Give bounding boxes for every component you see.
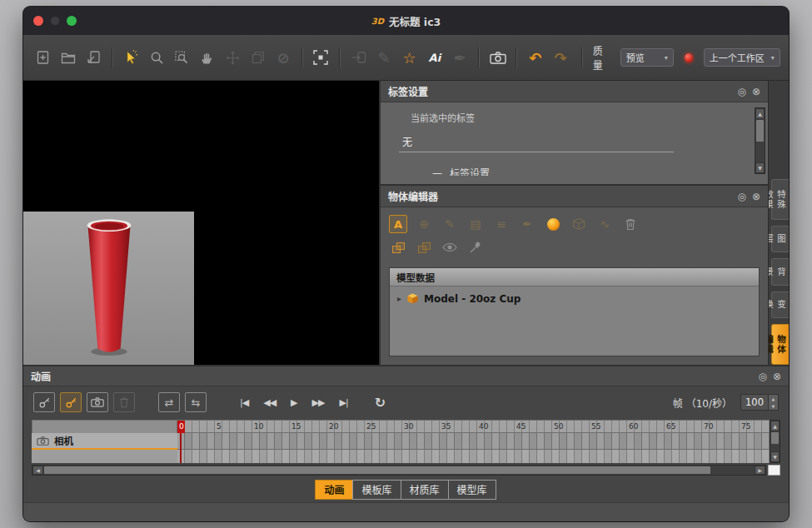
step-forward-button[interactable]: ▶|	[339, 397, 347, 408]
quality-dropdown[interactable]: 预览 ▾	[620, 48, 674, 67]
label-settings-section-header[interactable]: — 标签设置	[432, 166, 751, 176]
tree-item-model[interactable]: ▸ Model - 20oz Cup	[397, 292, 751, 305]
track-row-partial[interactable]	[177, 450, 770, 463]
scroll-down-icon[interactable]: ▼	[755, 162, 765, 173]
cycle-playback-button[interactable]: ↻	[375, 395, 386, 411]
zoom-region-icon[interactable]	[171, 45, 193, 70]
viewport-3d[interactable]	[23, 81, 379, 365]
duplicate-icon[interactable]	[389, 238, 407, 257]
move-icon[interactable]	[222, 45, 244, 70]
panel-close-icon[interactable]: ⊗	[773, 371, 781, 381]
pan-hand-icon[interactable]	[196, 45, 218, 70]
track-camera[interactable]: 相机	[32, 433, 177, 450]
track-rows[interactable]	[177, 433, 770, 463]
duplicate-window-icon[interactable]	[247, 45, 269, 70]
edit-pen-icon[interactable]: ✎	[372, 45, 395, 70]
tab-template-library[interactable]: 模板库	[352, 480, 401, 500]
list-icon[interactable]: ≡	[492, 215, 511, 233]
side-tab-transform[interactable]: 变换	[771, 291, 789, 318]
workspace-dropdown[interactable]: 上一个工作区 ▾	[704, 48, 780, 67]
image-icon[interactable]: ▤	[466, 215, 485, 233]
material-sphere-icon[interactable]	[544, 215, 562, 233]
current-label-field[interactable]: 无	[399, 132, 674, 152]
ai-import-icon[interactable]: Ai	[423, 45, 446, 70]
frame-spinner[interactable]: 100 ▲ ▼	[740, 394, 779, 411]
track-partial[interactable]	[32, 450, 177, 463]
spin-down-icon[interactable]: ▼	[769, 402, 778, 410]
resize-grip[interactable]	[768, 465, 780, 476]
place-into-icon[interactable]	[347, 45, 370, 70]
undo-icon[interactable]: ↶	[524, 45, 546, 70]
timeline-horizontal-scrollbar[interactable]: ◀ ▶	[32, 465, 766, 476]
side-tab-object-editor[interactable]: 物体编辑	[771, 324, 789, 365]
scrollbar-thumb[interactable]	[771, 432, 779, 444]
import-file-icon[interactable]	[82, 45, 105, 70]
tab-animation[interactable]: 动画	[315, 480, 353, 500]
snapshot-camera-icon[interactable]	[486, 45, 509, 70]
minimize-window-button[interactable]	[50, 16, 60, 26]
tab-material-library[interactable]: 材质库	[401, 480, 449, 500]
visibility-eye-icon[interactable]	[441, 238, 459, 257]
timeline-vertical-scrollbar[interactable]: ▲ ▼	[770, 420, 780, 463]
spin-up-icon[interactable]: ▲	[769, 395, 778, 402]
zoom-icon[interactable]	[145, 45, 167, 70]
camera-keyframe-button[interactable]	[87, 392, 108, 412]
record-indicator-icon[interactable]	[685, 53, 693, 62]
main-toolbar: ⊘ ✎ ☆ Ai ✒ ↶ ↷ 质量 预览 ▾ 上一个工作区 ▾	[23, 35, 789, 81]
panel-detach-icon[interactable]: ◎	[737, 192, 745, 202]
new-document-icon[interactable]	[32, 45, 54, 70]
duplicate-alt-icon[interactable]	[415, 238, 433, 257]
label-panel-scrollbar[interactable]: ▲ ▼	[755, 107, 765, 174]
cup-model[interactable]	[72, 213, 147, 360]
cube-icon[interactable]	[570, 215, 588, 233]
open-folder-icon[interactable]	[57, 45, 79, 70]
scrollbar-thumb[interactable]	[44, 466, 710, 474]
delete-keyframe-button[interactable]	[113, 392, 135, 412]
scroll-up-icon[interactable]: ▲	[770, 421, 780, 431]
scrollbar-thumb[interactable]	[756, 120, 764, 142]
scroll-down-icon[interactable]: ▼	[770, 451, 780, 462]
timeline-frames[interactable]: 051015202530354045505560657075	[177, 420, 770, 463]
playhead-line[interactable]	[180, 433, 182, 463]
frame-selection-icon[interactable]	[310, 45, 332, 70]
side-tab-layers[interactable]: 图层	[771, 226, 789, 252]
side-tab-effects[interactable]: 特殊效果	[771, 179, 789, 220]
delete-trash-icon[interactable]	[621, 215, 640, 233]
collapse-dash-icon: —	[432, 167, 442, 177]
paint-nib-icon[interactable]: ✒	[518, 215, 536, 233]
side-tab-background[interactable]: 背景	[771, 258, 789, 285]
redo-icon[interactable]: ↷	[550, 45, 572, 70]
zoom-window-button[interactable]	[67, 16, 77, 26]
panel-close-icon[interactable]: ⊗	[752, 87, 760, 97]
panel-close-icon[interactable]: ⊗	[752, 192, 760, 202]
select-cursor-icon[interactable]	[120, 45, 142, 70]
rewind-button[interactable]: ◀◀	[263, 397, 276, 408]
track-row-camera[interactable]	[177, 433, 770, 450]
keyframe-record-button[interactable]	[60, 392, 82, 412]
star-icon[interactable]: ☆	[398, 45, 421, 70]
ruler-tick-label: 35	[440, 422, 451, 431]
frame-value[interactable]: 100	[741, 395, 768, 410]
scroll-right-icon[interactable]: ▶	[755, 466, 765, 475]
loop-range-button[interactable]: ⇆	[185, 392, 207, 412]
play-button[interactable]: ▶	[291, 397, 296, 408]
panel-detach-icon[interactable]: ◎	[758, 371, 766, 381]
pen-nib-icon[interactable]: ✒	[449, 45, 471, 70]
loop-button[interactable]: ⇄	[158, 392, 180, 412]
timeline-ruler[interactable]: 051015202530354045505560657075	[177, 420, 770, 433]
step-back-button[interactable]: |◀	[240, 397, 248, 408]
edit-pen-icon[interactable]: ✎	[441, 215, 459, 233]
close-window-button[interactable]	[33, 16, 43, 26]
fast-forward-button[interactable]: ▶▶	[312, 397, 325, 408]
scroll-up-icon[interactable]: ▲	[755, 108, 765, 119]
expand-arrow-icon[interactable]: ▸	[397, 294, 401, 303]
label-a-icon[interactable]: A	[389, 215, 407, 233]
curve-icon[interactable]: ∿	[595, 215, 614, 233]
add-circle-icon[interactable]: ⊕	[415, 215, 433, 233]
tab-model-library[interactable]: 模型库	[448, 480, 496, 500]
scroll-left-icon[interactable]: ◀	[32, 466, 43, 475]
rotate-icon[interactable]: ⊘	[271, 45, 294, 70]
keyframe-tool-button[interactable]	[33, 392, 55, 412]
pick-dropper-icon[interactable]	[466, 238, 485, 257]
panel-detach-icon[interactable]: ◎	[737, 87, 745, 97]
